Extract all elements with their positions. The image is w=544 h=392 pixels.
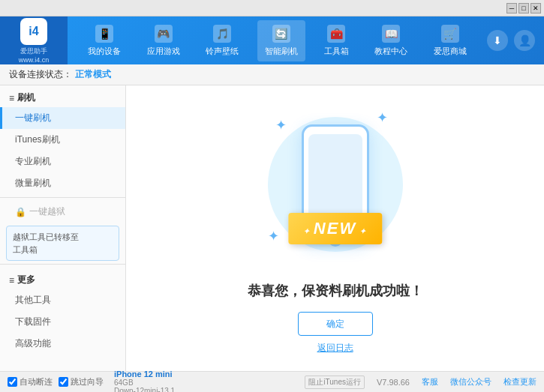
nav-store-label: 爱思商城 xyxy=(434,46,467,57)
nav-store[interactable]: 🛒 爱思商城 xyxy=(426,20,474,61)
wechat-public-link[interactable]: 微信公众号 xyxy=(450,376,491,388)
logo[interactable]: i4 爱思助手 www.i4.cn xyxy=(0,16,68,64)
bottom-left: 自动断连 跳过向导 iPhone 12 mini 64GB Down-12min… xyxy=(8,370,175,393)
sidebar-divider-1 xyxy=(0,197,125,198)
flash-section-label: 刷机 xyxy=(17,91,35,104)
nav-tutorial-label: 教程中心 xyxy=(374,46,407,57)
header: i4 爱思助手 www.i4.cn 📱 我的设备 🎮 应用游戏 🎵 铃声壁纸 🔄… xyxy=(0,16,544,64)
status-bar: 设备连接状态： 正常模式 xyxy=(0,64,544,85)
nav-my-device[interactable]: 📱 我的设备 xyxy=(80,20,128,61)
main-area: ≡ 刷机 一键刷机 iTunes刷机 专业刷机 微量刷机 🔒 一键越狱 越狱工具… xyxy=(0,85,544,371)
sidebar-item-itunes-flash[interactable]: iTunes刷机 xyxy=(0,129,125,151)
skip-wizard-checkbox[interactable]: 跳过向导 xyxy=(59,376,104,388)
auto-connect-label: 自动断连 xyxy=(20,376,53,388)
skip-wizard-label: 跳过向导 xyxy=(71,376,104,388)
close-button[interactable]: ✕ xyxy=(530,3,541,13)
jailbreak-label: 一键越狱 xyxy=(29,205,65,218)
jailbreak-info-text: 越狱工具已转移至工具箱 xyxy=(13,232,79,254)
nav-smart-flash-label: 智能刷机 xyxy=(265,46,298,57)
toolbox-icon: 🧰 xyxy=(327,25,345,43)
nav-ringtone-label: 铃声壁纸 xyxy=(206,46,239,57)
itunes-status[interactable]: 阻止iTunes运行 xyxy=(305,376,365,389)
window-controls[interactable]: ─ □ ✕ xyxy=(506,3,541,13)
sidebar-item-pro-flash[interactable]: 专业刷机 xyxy=(0,151,125,172)
nav-toolbox[interactable]: 🧰 工具箱 xyxy=(317,20,356,61)
lock-icon: 🔒 xyxy=(15,207,26,217)
sidebar-item-download-firmware[interactable]: 下载固件 xyxy=(0,311,125,333)
sidebar-item-advanced[interactable]: 高级功能 xyxy=(0,333,125,355)
bottom-right: 阻止iTunes运行 V7.98.66 客服 微信公众号 检查更新 xyxy=(305,376,536,389)
logo-icon: i4 xyxy=(20,18,47,45)
logo-url: www.i4.cn xyxy=(19,56,50,64)
version-text: V7.98.66 xyxy=(377,378,410,387)
return-log-link[interactable]: 返回日志 xyxy=(317,342,353,355)
device-system: Down-12mini-13,1 xyxy=(114,387,175,393)
status-value: 正常模式 xyxy=(75,68,111,81)
bottom-bar: 自动断连 跳过向导 iPhone 12 mini 64GB Down-12min… xyxy=(0,371,544,392)
ringtone-icon: 🎵 xyxy=(213,25,231,43)
sidebar-divider-2 xyxy=(0,264,125,265)
my-device-icon: 📱 xyxy=(95,25,113,43)
download-button[interactable]: ⬇ xyxy=(487,30,508,51)
sparkle-bottom-left: ✦ xyxy=(268,228,279,244)
auto-connect-input[interactable] xyxy=(8,377,17,387)
status-label: 设备连接状态： xyxy=(9,68,72,81)
nav-ringtone[interactable]: 🎵 铃声壁纸 xyxy=(198,20,246,61)
content-area: ✦ ✦ ✦ NEW 恭喜您，保资料刷机成功啦！ 确定 返回日志 xyxy=(126,85,544,371)
success-message: 恭喜您，保资料刷机成功啦！ xyxy=(248,282,423,300)
tutorial-icon: 📖 xyxy=(382,25,400,43)
nav-toolbox-label: 工具箱 xyxy=(324,46,349,57)
sidebar-section-flash: ≡ 刷机 xyxy=(0,85,125,107)
flash-section-icon: ≡ xyxy=(9,93,14,103)
auto-connect-checkbox[interactable]: 自动断连 xyxy=(8,376,53,388)
nav-right: ⬇ 👤 xyxy=(487,30,544,51)
sidebar-item-restore-flash[interactable]: 微量刷机 xyxy=(0,172,125,194)
sidebar-item-one-click-flash[interactable]: 一键刷机 xyxy=(0,107,125,129)
phone-illustration: ✦ ✦ ✦ NEW xyxy=(260,102,410,267)
sparkle-top-left: ✦ xyxy=(275,117,287,133)
logo-brand: 爱思助手 xyxy=(20,46,47,56)
jailbreak-info: 越狱工具已转移至工具箱 xyxy=(6,226,119,261)
sidebar-section-more: ≡ 更多 xyxy=(0,268,125,289)
nav-app-game[interactable]: 🎮 应用游戏 xyxy=(140,20,188,61)
sidebar-item-jailbreak: 🔒 一键越狱 xyxy=(0,201,125,223)
device-info: iPhone 12 mini 64GB Down-12mini-13,1 xyxy=(114,370,175,393)
title-bar: ─ □ ✕ xyxy=(0,0,544,16)
sidebar: ≡ 刷机 一键刷机 iTunes刷机 专业刷机 微量刷机 🔒 一键越狱 越狱工具… xyxy=(0,85,126,371)
app-game-icon: 🎮 xyxy=(155,25,173,43)
nav-items: 📱 我的设备 🎮 应用游戏 🎵 铃声壁纸 🔄 智能刷机 🧰 工具箱 📖 教程中心… xyxy=(68,16,487,64)
skip-wizard-input[interactable] xyxy=(59,377,68,387)
minimize-button[interactable]: ─ xyxy=(506,3,517,13)
more-section-icon: ≡ xyxy=(9,275,14,286)
nav-smart-flash[interactable]: 🔄 智能刷机 xyxy=(257,20,305,61)
maximize-button[interactable]: □ xyxy=(518,3,529,13)
customer-service-link[interactable]: 客服 xyxy=(422,376,438,388)
device-storage: 64GB xyxy=(114,379,175,387)
phone-screen xyxy=(308,134,362,224)
sparkle-top-right: ✦ xyxy=(377,109,388,126)
nav-app-game-label: 应用游戏 xyxy=(147,46,180,57)
user-button[interactable]: 👤 xyxy=(514,30,535,51)
smart-flash-icon: 🔄 xyxy=(272,25,290,43)
sidebar-item-other-tools[interactable]: 其他工具 xyxy=(0,289,125,311)
confirm-button[interactable]: 确定 xyxy=(298,312,373,336)
new-badge: NEW xyxy=(288,213,382,244)
nav-tutorial[interactable]: 📖 教程中心 xyxy=(367,20,415,61)
more-section-label: 更多 xyxy=(17,274,35,286)
store-icon: 🛒 xyxy=(441,25,459,43)
check-update-link[interactable]: 检查更新 xyxy=(503,376,536,388)
nav-my-device-label: 我的设备 xyxy=(88,46,121,57)
